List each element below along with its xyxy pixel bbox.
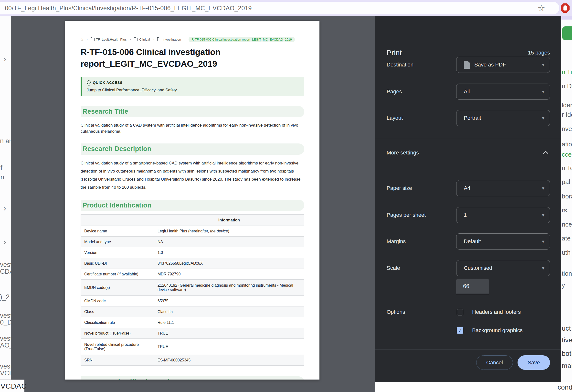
paper-size-select[interactable]: A4 ▾ — [456, 180, 550, 196]
section-heading-band: Research Title — [80, 106, 304, 117]
destination-label: Destination — [387, 62, 413, 68]
table-row: SRN ES-MF-000025345 — [81, 355, 304, 366]
paper-size-value: A4 — [464, 185, 470, 191]
bg-left-fragment: vest — [0, 363, 12, 370]
document-preview-page: ⌂ › TF_Legit.Health Plus › Clinical › In… — [65, 21, 319, 379]
row-label: Model and type — [81, 237, 154, 247]
folder-icon — [91, 38, 95, 41]
breadcrumb-label: TF_Legit.Health Plus — [96, 38, 127, 41]
jump-to-text: Jump to — [87, 88, 102, 92]
pages-select[interactable]: All ▾ — [456, 83, 550, 100]
paper-size-label: Paper size — [387, 185, 412, 191]
hand-icon — [563, 5, 567, 11]
scale-label: Scale — [387, 265, 400, 271]
breadcrumb-separator: › — [86, 37, 88, 41]
pages-per-sheet-row: Pages per sheet 1 ▾ — [386, 207, 550, 223]
bg-right-fragment: uth — [562, 249, 571, 256]
row-label: Device name — [81, 226, 154, 237]
scale-percent-input[interactable]: 66 — [456, 278, 489, 294]
row-value: 1.0 — [154, 247, 304, 258]
row-label: Novel product (True/False) — [81, 328, 154, 339]
print-settings-panel: Print 15 pages Destination Save as PDF ▾… — [375, 16, 561, 382]
jump-link: Clinical Performance, Efficacy, and Safe… — [102, 88, 176, 92]
page-count: 15 pages — [528, 49, 550, 56]
bg-left-fragment: vest — [0, 312, 12, 319]
breadcrumb-item-tf-legit-health-plus: TF_Legit.Health Plus — [91, 38, 127, 41]
bg-table-line — [529, 382, 529, 392]
more-settings-row[interactable]: More settings — [386, 145, 550, 161]
document-title: R-TF-015-006 Clinical investigation repo… — [80, 46, 304, 70]
table-row: Model and type NA — [81, 237, 304, 247]
row-label: SRN — [81, 355, 154, 366]
bg-left-fragment: n — [0, 174, 4, 181]
bg-left-fragment: › — [3, 237, 6, 246]
table-row: Class Class IIa — [81, 307, 304, 317]
bg-right-fragment: tion — [562, 270, 572, 278]
bg-right-fragment: n Te — [562, 164, 572, 172]
scale-select[interactable]: Customised ▾ — [456, 260, 550, 276]
scale-value: Customised — [464, 265, 492, 271]
background-graphics-checkbox[interactable]: ✓ — [457, 327, 463, 334]
folder-icon — [134, 38, 138, 41]
quick-access-callout: QUICK ACCESS Jump to Clinical Performanc… — [80, 77, 304, 96]
cancel-button[interactable]: Cancel — [476, 355, 513, 370]
bookmark-star-icon[interactable]: ☆ — [538, 3, 545, 13]
headers-footers-checkbox[interactable] — [457, 309, 463, 315]
research-title-heading: Research Title — [82, 108, 128, 115]
row-value: ES-MF-000025345 — [154, 355, 304, 366]
table-row: GMDN code 65975 — [81, 296, 304, 307]
breadcrumb: ⌂ › TF_Legit.Health Plus › Clinical › In… — [80, 36, 304, 42]
headers-footers-label: Headers and footers — [472, 309, 521, 315]
pages-value: All — [464, 88, 470, 95]
save-button[interactable]: Save — [518, 355, 550, 370]
pages-label: Pages — [387, 88, 402, 95]
bg-bottom-left-corner: VCDAC — [0, 379, 24, 392]
options-row-background-graphics: ✓ Background graphics — [386, 324, 550, 337]
row-value: 8437025550LegitCADx6X — [154, 258, 304, 269]
bg-right-fragment: pal — [562, 178, 570, 186]
bg-bottom-right-strip: cond — [375, 382, 572, 392]
row-value: 65975 — [154, 296, 304, 307]
destination-select[interactable]: Save as PDF ▾ — [456, 57, 550, 73]
layout-value: Portrait — [464, 115, 481, 121]
table-row: Novel product (True/False) TRUE — [81, 328, 304, 339]
bg-right-purple-strip — [561, 16, 572, 19]
row-label: Certificate number (if available) — [81, 269, 154, 279]
bg-right-fragment: tive — [562, 336, 572, 344]
content-blocker-extension-icon[interactable] — [561, 3, 570, 13]
more-settings-label: More settings — [387, 149, 419, 156]
row-value: Rule 11.1 — [154, 317, 304, 328]
row-label: Classification rule — [81, 317, 154, 328]
destination-row: Destination Save as PDF ▾ — [386, 57, 550, 73]
breadcrumb-label: Investigation — [162, 38, 181, 41]
layout-select[interactable]: Portrait ▾ — [456, 110, 550, 126]
row-label: Novel related clinical procedure (True/F… — [81, 339, 154, 355]
research-description-heading: Research Description — [82, 145, 151, 153]
url-bar[interactable]: 00/TF_LegitHealth_Plus/Clinical/Investig… — [0, 2, 559, 15]
bg-bottom-right-fragment: cond — [557, 383, 572, 391]
margins-row: Margins Default ▾ — [386, 233, 550, 249]
bg-right-fragment: cces — [562, 151, 572, 158]
jump-to-suffix: . — [176, 88, 178, 92]
bg-left-fragment: › — [3, 203, 6, 213]
section-heading-band: Product Identification — [80, 200, 304, 211]
row-label: GMDN code — [81, 296, 154, 307]
row-value-suffix: ) — [228, 229, 229, 233]
breadcrumb-separator: › — [130, 37, 131, 41]
background-graphics-label: Background graphics — [472, 327, 523, 334]
pages-per-sheet-select[interactable]: 1 ▾ — [456, 207, 550, 223]
row-value: Class IIa — [154, 307, 304, 317]
chevron-down-icon: ▾ — [542, 89, 544, 95]
row-value: NA — [154, 237, 304, 247]
destination-value: Save as PDF — [474, 62, 506, 68]
home-icon: ⌂ — [80, 37, 83, 42]
layout-label: Layout — [387, 115, 403, 121]
chevron-down-icon: ▾ — [542, 212, 544, 218]
bg-right-fragment: n De — [562, 82, 572, 90]
margins-select[interactable]: Default ▾ — [456, 233, 550, 249]
chevron-down-icon: ▾ — [542, 185, 544, 191]
margins-label: Margins — [387, 238, 406, 245]
bg-right-fragment: y — [562, 281, 565, 289]
bg-left-fragment: 0_D — [0, 319, 12, 326]
bg-right-fragment: nve — [562, 125, 572, 133]
